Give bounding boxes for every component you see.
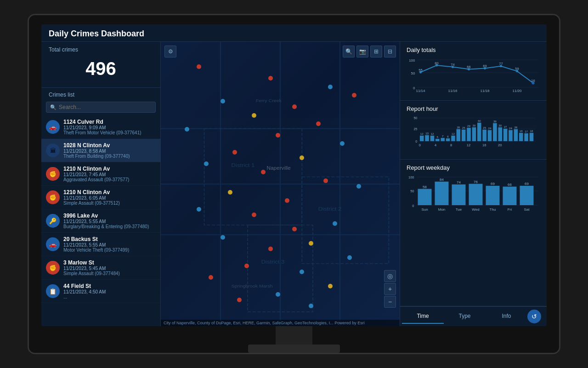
- svg-text:Springbrook Marsh: Springbrook Marsh: [232, 284, 273, 288]
- map-crime-dot[interactable]: [300, 270, 304, 274]
- svg-point-31: [452, 66, 454, 68]
- map-filter-btn[interactable]: ⚙: [164, 46, 176, 58]
- total-crimes-number: 496: [49, 55, 153, 83]
- svg-text:District 3: District 3: [261, 259, 285, 265]
- right-panel: Daily totals 100 50 0: [400, 42, 547, 326]
- svg-text:18: 18: [520, 129, 523, 132]
- map-crime-dot[interactable]: [220, 99, 225, 104]
- svg-text:0: 0: [413, 86, 415, 90]
- map-crime-dot[interactable]: [276, 292, 280, 297]
- svg-rect-55: [462, 130, 466, 141]
- svg-text:25: 25: [462, 126, 465, 129]
- svg-rect-54: [457, 129, 461, 141]
- map-crime-dot[interactable]: [232, 150, 237, 155]
- crime-address: 1124 Culver Rd: [63, 119, 156, 125]
- tab-type[interactable]: Type: [444, 309, 486, 324]
- svg-text:39: 39: [493, 120, 497, 123]
- crime-info: 1210 N Clinton Av 11/21/2023, 6:05 AM Si…: [63, 189, 156, 206]
- crime-address: 1210 N Clinton Av: [63, 166, 156, 172]
- crime-icon: 🏛: [46, 144, 60, 157]
- list-item[interactable]: ✊ 1210 N Clinton Av 11/21/2023, 7:45 AM …: [41, 162, 160, 186]
- crime-icon: 🚗: [46, 120, 60, 134]
- svg-rect-48: [425, 135, 429, 141]
- svg-text:40: 40: [478, 119, 481, 122]
- list-item[interactable]: ✊ 1210 N Clinton Av 11/21/2023, 6:05 AM …: [41, 186, 160, 209]
- dashboard-title: Daily Crimes Dashboard: [41, 24, 547, 42]
- search-input[interactable]: [59, 104, 152, 110]
- refresh-button[interactable]: ↺: [527, 310, 541, 323]
- map-crime-dot[interactable]: [347, 255, 352, 260]
- list-item[interactable]: 📋 44 Field St 11/21/2023, 4:50 AM ...: [41, 280, 160, 303]
- svg-text:Naperville: Naperville: [266, 165, 290, 170]
- crime-type: Theft From Building (09-377740): [63, 154, 156, 159]
- svg-text:Wed: Wed: [472, 207, 479, 212]
- crime-icon: 🔑: [46, 214, 60, 228]
- map-toolbar-left: ⚙: [164, 46, 176, 58]
- crime-info: 3 Marlow St 11/21/2023, 5:45 AM Simple A…: [63, 259, 156, 276]
- map-crime-dot[interactable]: [228, 190, 232, 195]
- tab-time[interactable]: Time: [402, 309, 444, 324]
- map-crime-dot[interactable]: [204, 161, 209, 166]
- crime-icon: ✊: [46, 261, 60, 275]
- svg-text:69: 69: [525, 182, 529, 186]
- map-zoom-out-btn[interactable]: −: [384, 296, 396, 308]
- svg-rect-52: [446, 138, 450, 141]
- svg-rect-59: [482, 130, 486, 141]
- svg-text:7: 7: [442, 134, 444, 138]
- list-item[interactable]: ✊ 3 Marlow St 11/21/2023, 5:45 AM Simple…: [41, 256, 160, 280]
- list-item[interactable]: 🚗 20 Backus St 11/21/2023, 5:55 AM Motor…: [41, 233, 160, 256]
- map-locate-btn[interactable]: ◎: [384, 270, 396, 282]
- svg-text:12: 12: [452, 132, 455, 135]
- map-search-btn[interactable]: 🔍: [343, 46, 355, 58]
- map-crime-dot[interactable]: [209, 275, 213, 280]
- svg-text:84: 84: [440, 178, 444, 182]
- map-crime-dot[interactable]: [328, 284, 333, 288]
- search-box[interactable]: 🔍: [46, 102, 156, 113]
- svg-text:50: 50: [413, 116, 417, 120]
- crime-datetime: 11/21/2023, 5:55 AM: [63, 219, 156, 224]
- report-weekday-svg: 100 50 0: [407, 174, 540, 224]
- map-controls: ◎ + −: [384, 270, 396, 308]
- svg-text:17: 17: [525, 130, 528, 133]
- svg-rect-105: [452, 184, 466, 205]
- map-list-btn[interactable]: ⊞: [370, 46, 382, 58]
- map-crime-dot[interactable]: [292, 227, 297, 231]
- list-item[interactable]: 🔑 3996 Lake Av 11/21/2023, 5:55 AM Burgl…: [41, 209, 160, 233]
- total-crimes-label: Total crimes: [49, 46, 153, 53]
- tab-info[interactable]: Info: [486, 309, 527, 324]
- map-area[interactable]: District 1 District 2 District 3 Napervi…: [161, 42, 400, 326]
- left-panel: Total crimes 496 Crimes list 🔍 🚗 1124 Cu…: [41, 42, 161, 326]
- svg-text:6: 6: [447, 135, 449, 138]
- svg-text:100: 100: [408, 175, 414, 179]
- map-grid-btn[interactable]: ⊟: [384, 46, 396, 58]
- svg-rect-106: [469, 184, 483, 205]
- map-crime-dot[interactable]: [252, 213, 256, 217]
- map-attribution: City of Naperville, County of DuPage, Es…: [161, 320, 400, 326]
- list-item[interactable]: 🏛 1028 N Clinton Av 11/21/2023, 8:58 AM …: [41, 139, 160, 162]
- map-screenshot-btn[interactable]: 📷: [356, 46, 368, 58]
- crime-type: Motor Vehicle Theft (09-377499): [63, 247, 156, 253]
- map-zoom-in-btn[interactable]: +: [384, 283, 396, 295]
- map-crime-dot[interactable]: [300, 155, 304, 160]
- map-crime-dot[interactable]: [333, 221, 337, 226]
- svg-rect-53: [451, 136, 455, 141]
- crime-datetime: 11/21/2023, 6:05 AM: [63, 196, 156, 201]
- map-crime-dot[interactable]: [292, 104, 297, 109]
- svg-rect-103: [418, 189, 432, 205]
- svg-text:12: 12: [431, 132, 434, 135]
- map-crime-dot[interactable]: [328, 85, 333, 89]
- svg-text:74: 74: [457, 180, 461, 184]
- map-crime-dot[interactable]: [252, 113, 256, 118]
- svg-text:Thu: Thu: [490, 207, 496, 212]
- search-icon: 🔍: [50, 104, 57, 110]
- map-crime-dot[interactable]: [197, 207, 201, 212]
- svg-text:18: 18: [530, 129, 533, 132]
- list-item[interactable]: 🚗 1124 Culver Rd 11/21/2023, 9:09 AM The…: [41, 115, 160, 139]
- svg-rect-58: [477, 123, 481, 141]
- map-crime-dot[interactable]: [276, 133, 280, 138]
- svg-text:13: 13: [425, 132, 429, 135]
- svg-text:30: 30: [472, 124, 475, 127]
- crime-datetime: 11/21/2023, 5:45 AM: [63, 266, 156, 271]
- svg-rect-6: [204, 129, 302, 225]
- map-crime-dot[interactable]: [323, 178, 328, 183]
